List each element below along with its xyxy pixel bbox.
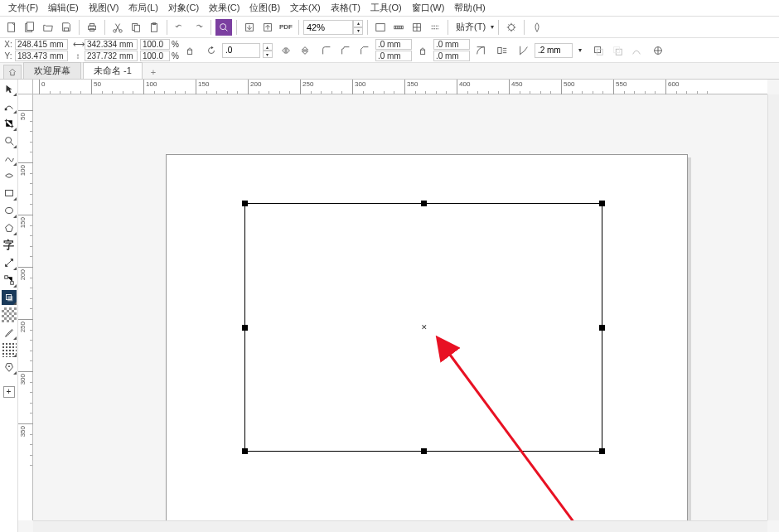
smart-fill-tool[interactable] [2, 360, 17, 375]
menu-layout[interactable]: 布局(L) [123, 2, 162, 14]
menu-tools[interactable]: 工具(O) [365, 2, 407, 14]
new-template-button[interactable] [22, 19, 38, 36]
center-marker[interactable]: ✕ [421, 325, 427, 331]
options-button[interactable] [503, 19, 520, 36]
toolbox-expand[interactable]: + [3, 386, 15, 398]
menu-object[interactable]: 对象(C) [163, 2, 204, 14]
outline-width-input[interactable] [535, 43, 573, 58]
ellipse-tool[interactable] [2, 203, 17, 218]
search-content-button[interactable] [215, 19, 232, 36]
angle-up[interactable]: ▴ [263, 43, 273, 51]
launch-button[interactable] [529, 19, 545, 36]
eyedropper-tool[interactable] [2, 325, 17, 340]
handle-top-center[interactable] [421, 201, 427, 206]
polygon-tool[interactable] [2, 220, 17, 235]
publish-pdf-button[interactable]: PDF [278, 19, 294, 36]
tab-home[interactable] [3, 65, 22, 79]
handle-mid-left[interactable] [242, 325, 248, 331]
scale-x-input[interactable]: 100.0 [140, 39, 170, 50]
horizontal-scrollbar[interactable] [33, 520, 767, 532]
handle-bottom-center[interactable] [421, 448, 427, 454]
tab-document[interactable]: 未命名 -1 [83, 62, 143, 79]
freehand-tool[interactable] [2, 151, 17, 166]
text-tool[interactable]: 字 [2, 238, 17, 253]
rotation-angle-input[interactable] [222, 43, 260, 58]
corner-bl-input[interactable]: .0 mm [375, 51, 412, 61]
import-button[interactable] [241, 19, 258, 36]
mirror-vertical-button[interactable] [297, 42, 313, 59]
fullscreen-button[interactable] [372, 19, 389, 36]
lock-ratio-button[interactable] [181, 42, 198, 59]
ruler-origin[interactable] [18, 80, 33, 94]
vertical-scrollbar[interactable] [767, 94, 779, 520]
show-guidelines-button[interactable] [427, 19, 443, 36]
open-button[interactable] [40, 19, 56, 36]
corner-tl-input[interactable]: .0 mm [375, 39, 412, 50]
handle-bottom-left[interactable] [242, 448, 248, 454]
text-wrap-button[interactable] [494, 42, 510, 59]
handle-mid-right[interactable] [599, 325, 605, 331]
new-button[interactable] [3, 19, 20, 36]
round-corner-button[interactable] [318, 42, 335, 59]
width-input[interactable]: 342.334 mm [85, 39, 138, 50]
menu-edit[interactable]: 编辑(E) [43, 2, 84, 14]
snap-to-dropdown[interactable]: 贴齐(T) [452, 21, 489, 33]
zoom-tool[interactable] [2, 133, 17, 148]
rectangle-tool[interactable] [2, 186, 17, 201]
drop-shadow-tool[interactable] [2, 290, 17, 305]
redo-button[interactable] [190, 19, 206, 36]
pick-tool[interactable] [2, 81, 17, 96]
object-origin-button[interactable] [650, 42, 666, 59]
vertical-ruler[interactable]: 50100150200250300350 [18, 94, 33, 520]
undo-button[interactable] [172, 19, 188, 36]
crop-tool[interactable] [2, 116, 17, 131]
corner-tr-input[interactable]: .0 mm [433, 39, 470, 50]
tab-new[interactable]: + [144, 65, 162, 79]
zoom-level[interactable]: ▴▾ [303, 20, 363, 35]
zoom-up[interactable]: ▴ [353, 20, 363, 27]
angle-down[interactable]: ▾ [263, 51, 273, 58]
horizontal-ruler[interactable]: 050100150200250300350400450500550600 [33, 80, 767, 94]
mirror-horizontal-button[interactable] [278, 42, 294, 59]
paste-button[interactable] [146, 19, 162, 36]
parallel-dim-tool[interactable] [2, 255, 17, 270]
menu-bitmap[interactable]: 位图(B) [244, 2, 285, 14]
menu-window[interactable]: 窗口(W) [407, 2, 450, 14]
scale-y-input[interactable]: 100.0 [140, 51, 170, 61]
x-position-input[interactable]: 248.415 mm [15, 39, 68, 50]
cut-button[interactable] [109, 19, 126, 36]
handle-bottom-right[interactable] [599, 448, 605, 454]
y-position-input[interactable]: 183.473 mm [15, 51, 68, 61]
menu-table[interactable]: 表格(T) [326, 2, 365, 14]
to-back-button[interactable] [609, 42, 626, 59]
corner-br-input[interactable]: .0 mm [433, 51, 470, 61]
zoom-down[interactable]: ▾ [353, 27, 363, 35]
relative-corner-button[interactable] [472, 42, 489, 59]
export-button[interactable] [259, 19, 276, 36]
menu-help[interactable]: 帮助(H) [449, 2, 490, 14]
print-button[interactable] [84, 19, 100, 36]
selected-rectangle[interactable]: ✕ [244, 203, 602, 452]
show-grid-button[interactable] [409, 19, 425, 36]
convert-curves-button[interactable] [628, 42, 645, 59]
save-button[interactable] [58, 19, 75, 36]
canvas-viewport[interactable]: ✕ [33, 94, 767, 520]
to-front-button[interactable] [590, 42, 607, 59]
handle-top-left[interactable] [242, 201, 248, 206]
artistic-media-tool[interactable] [2, 168, 17, 183]
menu-file[interactable]: 文件(F) [3, 2, 43, 14]
height-input[interactable]: 237.732 mm [85, 51, 138, 61]
chamfer-corner-button[interactable] [356, 42, 373, 59]
shape-tool[interactable] [2, 99, 17, 114]
tab-welcome[interactable]: 欢迎屏幕 [23, 62, 81, 79]
transparency-tool[interactable] [2, 307, 17, 322]
copy-button[interactable] [128, 19, 144, 36]
menu-text[interactable]: 文本(X) [285, 2, 326, 14]
menu-view[interactable]: 视图(V) [84, 2, 124, 14]
scallop-corner-button[interactable] [337, 42, 354, 59]
connector-tool[interactable] [2, 273, 17, 288]
interactive-fill-tool[interactable] [2, 342, 17, 357]
menu-effect[interactable]: 效果(C) [204, 2, 244, 14]
handle-top-right[interactable] [599, 201, 605, 206]
zoom-input[interactable] [303, 20, 353, 35]
